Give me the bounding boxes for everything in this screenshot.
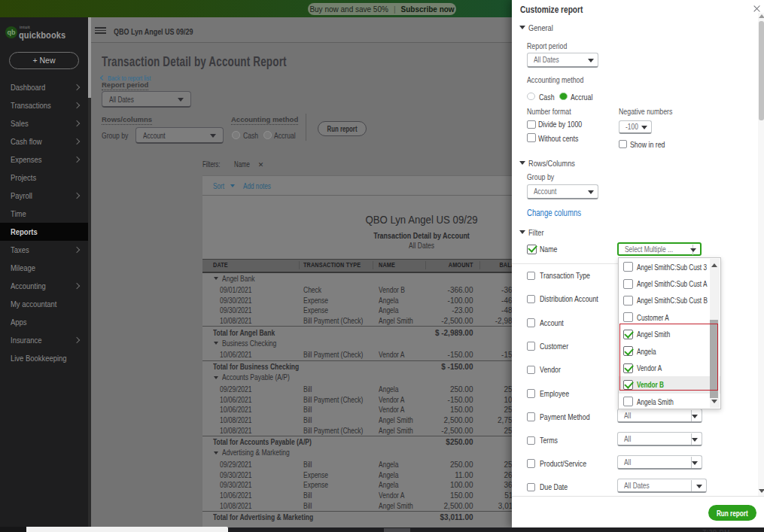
- name-option-angel-smithc-sub-cust-b[interactable]: Angel SmithC:Sub Cust B: [619, 292, 720, 309]
- column-header[interactable]: TRANSACTION TYPE: [303, 260, 361, 272]
- panel-scrollbar-thumb[interactable]: [759, 21, 764, 120]
- filter-checkbox-transaction-type[interactable]: [527, 272, 536, 281]
- section-collapse-icon[interactable]: [519, 230, 525, 234]
- panel-scroll-down-icon[interactable]: [759, 489, 764, 493]
- sidebar-item-apps[interactable]: Apps: [0, 313, 88, 331]
- accrual-radio-label: Accrual: [274, 131, 302, 140]
- run-report-button-panel[interactable]: Run report: [708, 505, 756, 521]
- add-notes-button[interactable]: Add notes: [243, 181, 279, 190]
- option-label: Angel SmithC:Sub Cust 3: [637, 263, 707, 271]
- sidebar-item-insurance[interactable]: Insurance: [0, 331, 88, 349]
- sidebar-item-payroll[interactable]: Payroll: [0, 187, 88, 205]
- section-collapse-icon[interactable]: [519, 26, 525, 29]
- cell-name: Angel Smith: [379, 317, 413, 325]
- filter-checkbox-payment-method[interactable]: [527, 412, 536, 421]
- filter-checkbox-product-service[interactable]: [527, 459, 536, 468]
- promo-pill[interactable]: Buy now and save 50% | Subscribe now: [308, 3, 456, 15]
- scroll-up-icon[interactable]: [711, 263, 717, 267]
- panel-scroll-up-icon[interactable]: [759, 14, 764, 18]
- name-option-angel-smithc-sub-cust-a[interactable]: Angel SmithC:Sub Cust A: [619, 275, 720, 292]
- filter-checkbox-customer[interactable]: [527, 342, 536, 351]
- filter-checkbox-name[interactable]: [527, 245, 537, 255]
- sidebar-item-cash-flow[interactable]: Cash flow: [0, 132, 88, 150]
- section-filter[interactable]: Filter: [528, 228, 543, 237]
- cash-radio[interactable]: [527, 93, 535, 101]
- negative-format-dropdown[interactable]: -100: [619, 120, 652, 134]
- section-collapse-icon[interactable]: [519, 161, 525, 165]
- sidebar-item-sales[interactable]: Sales: [0, 114, 88, 132]
- filter-checkbox-employee[interactable]: [527, 389, 536, 398]
- terms-combo[interactable]: All: [617, 432, 702, 446]
- report-period-dropdown[interactable]: All Dates: [102, 91, 191, 108]
- cash-radio[interactable]: [232, 131, 240, 139]
- panel-group-by-dropdown[interactable]: Account: [527, 184, 598, 199]
- option-checkbox[interactable]: [623, 296, 633, 306]
- sidebar-item-expenses[interactable]: Expenses: [0, 150, 88, 169]
- group-by-dropdown[interactable]: Account: [135, 127, 224, 144]
- option-checkbox[interactable]: [623, 397, 633, 406]
- dropdown-value: All: [624, 411, 631, 420]
- filter-checkbox-vendor[interactable]: [527, 366, 536, 375]
- sidebar-item-my-accountant[interactable]: My accountant: [0, 295, 88, 313]
- filter-label-payment-method: Payment Method: [540, 412, 590, 421]
- sidebar-item-accounting[interactable]: Accounting: [0, 277, 88, 295]
- option-checkbox[interactable]: [623, 312, 633, 322]
- subscribe-now-link[interactable]: Subscribe now: [401, 5, 455, 14]
- sidebar-item-reports[interactable]: Reports: [0, 223, 88, 241]
- sort-button[interactable]: Sort: [213, 181, 235, 190]
- sidebar-item-taxes[interactable]: Taxes: [0, 241, 88, 259]
- sidebar-item-live-bookkeeping[interactable]: Live Bookkeeping: [0, 349, 88, 367]
- column-header[interactable]: AMOUNT: [449, 260, 473, 272]
- close-panel-icon[interactable]: [753, 4, 762, 13]
- chevron-right-icon: [74, 120, 80, 126]
- due-date-combo[interactable]: All Dates: [617, 479, 707, 493]
- run-report-button-main[interactable]: Run report: [318, 121, 367, 136]
- sidebar-item-transactions[interactable]: Transactions: [0, 96, 88, 114]
- accounting-method-label: Accounting method: [231, 115, 298, 125]
- page-title: Transaction Detail by Account Report: [102, 54, 287, 70]
- collapse-triangle-icon[interactable]: [214, 376, 218, 379]
- section-rows-columns[interactable]: Rows/Columns: [528, 159, 575, 168]
- payment-method-combo[interactable]: All: [617, 409, 702, 423]
- number-format-label: Number format: [527, 107, 571, 116]
- sidebar-item-dashboard[interactable]: Dashboard: [0, 78, 88, 96]
- without-cents-checkbox[interactable]: [527, 133, 536, 142]
- sidebar-item-projects[interactable]: Projects: [0, 169, 88, 187]
- new-button[interactable]: + New: [9, 52, 79, 69]
- cell-name: Angela: [379, 481, 398, 489]
- sidebar-item-label: Projects: [11, 173, 36, 182]
- option-checkbox[interactable]: [623, 262, 633, 272]
- change-columns-link[interactable]: Change columns: [527, 208, 581, 218]
- filter-row-divider: [512, 263, 618, 264]
- filter-checkbox-due-date[interactable]: [527, 483, 536, 492]
- sidebar-item-time[interactable]: Time: [0, 205, 88, 223]
- section-general[interactable]: General: [528, 23, 553, 32]
- accrual-radio[interactable]: [559, 93, 568, 101]
- divide-by-1000-checkbox[interactable]: [527, 120, 536, 129]
- filter-checkbox-distribution-account[interactable]: [527, 295, 536, 304]
- hamburger-menu-icon[interactable]: [95, 27, 106, 34]
- total-amount: $ -2,989.00: [435, 329, 473, 337]
- collapse-triangle-icon[interactable]: [214, 342, 218, 345]
- accrual-radio[interactable]: [263, 131, 272, 139]
- option-checkbox[interactable]: [623, 279, 633, 289]
- name-filter-combo[interactable]: Select Multiple ...: [617, 242, 702, 257]
- sidebar-item-mileage[interactable]: Mileage: [0, 259, 88, 277]
- product-service-combo[interactable]: All: [617, 455, 702, 470]
- collapse-triangle-icon[interactable]: [214, 277, 218, 280]
- panel-report-period-dropdown[interactable]: All Dates: [527, 53, 599, 68]
- dropdown-value: All: [624, 434, 631, 443]
- sidebar-item-label: Sales: [11, 119, 29, 128]
- cell-date: 10/06/2021: [220, 491, 252, 500]
- name-option-angela-smith[interactable]: Angela Smith: [619, 394, 720, 409]
- column-header[interactable]: NAME: [379, 260, 395, 272]
- filter-checkbox-terms[interactable]: [527, 436, 536, 445]
- name-option-angel-smithc-sub-cust-3[interactable]: Angel SmithC:Sub Cust 3: [619, 259, 720, 275]
- collapse-triangle-icon[interactable]: [214, 451, 218, 454]
- filter-checkbox-account[interactable]: [527, 318, 536, 327]
- show-in-red-checkbox[interactable]: [619, 140, 628, 149]
- scroll-down-icon[interactable]: [711, 400, 717, 403]
- column-header[interactable]: DATE: [213, 260, 228, 272]
- cell-name: Vendor A: [379, 491, 405, 500]
- remove-filter-icon[interactable]: ✕: [258, 161, 264, 169]
